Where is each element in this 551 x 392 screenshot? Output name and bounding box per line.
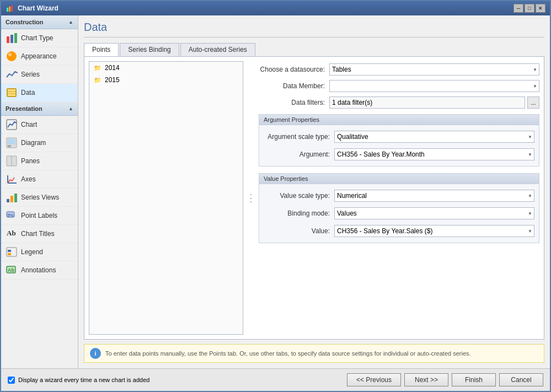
sidebar-item-panes-label: Panes <box>21 157 40 165</box>
cancel-button[interactable]: Cancel <box>499 373 543 386</box>
footer-buttons: << Previous Next >> Finish Cancel <box>347 373 543 386</box>
datasource-select[interactable]: Tables <box>329 63 539 76</box>
svg-rect-20 <box>10 196 13 202</box>
arg-scale-type-select[interactable]: Qualitative <box>334 131 534 143</box>
binding-mode-row: Binding mode: Values <box>264 205 534 222</box>
argument-select[interactable]: CH356 - Sales By Year.Month <box>334 148 534 160</box>
sidebar-item-series[interactable]: Series <box>1 66 78 84</box>
value-properties-group: Value Properties Value scale type: Numer… <box>259 173 539 243</box>
window-icon <box>6 4 14 13</box>
sidebar-item-appearance-label: Appearance <box>21 52 57 60</box>
binding-mode-control: Values <box>334 207 534 219</box>
sidebar-item-panes[interactable]: Panes <box>1 152 78 170</box>
sidebar-item-annotations[interactable]: Ab Annotations <box>1 261 78 280</box>
sidebar: Construction ▲ Chart Type <box>1 15 78 368</box>
tab-points[interactable]: Points <box>84 43 119 56</box>
svg-rect-19 <box>7 199 9 202</box>
presentation-section-header[interactable]: Presentation ▲ <box>1 102 78 116</box>
sidebar-item-chart-type[interactable]: Chart Type <box>1 29 78 47</box>
tab-bar: Points Series Binding Auto-created Serie… <box>84 43 544 56</box>
window-title: Chart Wizard <box>18 4 510 12</box>
diagram-icon <box>6 137 18 149</box>
argument-properties-content: Argument scale type: Qualitative <box>259 125 539 166</box>
wizard-checkbox-label: Display a wizard every time a new chart … <box>18 377 149 383</box>
annotations-icon: Ab <box>6 264 18 276</box>
svg-rect-27 <box>8 253 11 255</box>
list-item[interactable]: 📁 2015 <box>89 74 243 86</box>
next-button[interactable]: Next >> <box>404 373 448 386</box>
sidebar-item-series-views-label: Series Views <box>21 194 59 201</box>
minimize-button[interactable]: ─ <box>513 4 523 13</box>
sidebar-item-series-label: Series <box>21 71 40 78</box>
argument-properties-group: Argument Properties Argument scale type:… <box>259 114 539 167</box>
data-member-label: Data Member: <box>259 82 325 90</box>
value-field-select[interactable]: CH356 - Sales By Year.Sales ($) <box>334 225 534 237</box>
sidebar-item-point-labels-label: Point Labels <box>21 212 57 219</box>
main-content: Data Points Series Binding Auto-created … <box>78 15 550 368</box>
tab-auto-created[interactable]: Auto-created Series <box>180 43 255 56</box>
arg-scale-type-control: Qualitative <box>334 131 534 143</box>
finish-button[interactable]: Finish <box>452 373 496 386</box>
sidebar-item-annotations-label: Annotations <box>21 266 56 274</box>
info-icon: i <box>90 348 101 359</box>
value-row: Value: CH356 - Sales By Year.Sales ($) <box>264 223 534 239</box>
argument-select-wrapper: CH356 - Sales By Year.Month <box>334 148 534 160</box>
svg-rect-21 <box>14 194 17 202</box>
sidebar-item-data-label: Data <box>21 89 35 96</box>
svg-rect-4 <box>10 35 13 43</box>
data-filters-button[interactable]: ... <box>527 96 539 109</box>
list-item[interactable]: 📁 2014 <box>89 62 243 74</box>
data-filters-label: Data filters: <box>259 99 325 106</box>
data-filters-control: ... <box>329 96 539 109</box>
argument-label: Argument: <box>264 151 330 158</box>
series-list-panel: 📁 2014 📁 2015 <box>89 61 243 335</box>
data-member-row: Data Member: <box>259 78 539 94</box>
svg-rect-5 <box>14 33 17 43</box>
folder-icon: 📁 <box>94 65 101 72</box>
val-scale-type-select[interactable]: Numerical <box>334 190 534 202</box>
svg-rect-8 <box>7 89 16 96</box>
close-button[interactable]: ✕ <box>536 4 545 13</box>
wizard-checkbox[interactable] <box>8 377 15 384</box>
sidebar-item-chart-type-label: Chart Type <box>21 34 53 42</box>
legend-icon <box>6 246 18 258</box>
sidebar-item-data[interactable]: Data <box>1 84 78 102</box>
val-scale-type-row: Value scale type: Numerical <box>264 187 534 204</box>
tab-series-binding[interactable]: Series Binding <box>120 43 179 56</box>
svg-point-6 <box>7 51 17 61</box>
val-scale-type-wrapper: Numerical <box>334 190 534 202</box>
binding-mode-select[interactable]: Values <box>334 207 534 219</box>
sidebar-item-point-labels[interactable]: 5% Point Labels <box>1 207 78 225</box>
sidebar-item-diagram[interactable]: Diagram <box>1 134 78 152</box>
sidebar-item-axes[interactable]: Axes <box>1 170 78 189</box>
arg-scale-type-wrapper: Qualitative <box>334 131 534 143</box>
argument-properties-title: Argument Properties <box>259 115 539 125</box>
chart-wizard-window: Chart Wizard ─ □ ✕ Construction ▲ <box>0 0 551 392</box>
maximize-button[interactable]: □ <box>525 4 534 13</box>
chart-icon <box>6 119 18 131</box>
sidebar-item-series-views[interactable]: Series Views <box>1 189 78 207</box>
svg-text:Ab: Ab <box>7 229 16 237</box>
sidebar-item-appearance[interactable]: Appearance <box>1 47 78 66</box>
svg-rect-13 <box>8 139 15 144</box>
sidebar-item-chart[interactable]: Chart <box>1 116 78 134</box>
value-field-wrapper: CH356 - Sales By Year.Sales ($) <box>334 225 534 237</box>
title-bar: Chart Wizard ─ □ ✕ <box>1 1 550 15</box>
point-labels-icon: 5% <box>6 210 18 222</box>
datasource-row: Choose a datasource: Tables <box>259 61 539 78</box>
sidebar-item-legend[interactable]: Legend <box>1 243 78 261</box>
data-filters-row: Data filters: ... <box>259 94 539 111</box>
page-title: Data <box>84 21 544 37</box>
chart-titles-icon: Ab <box>6 228 18 240</box>
sidebar-item-legend-label: Legend <box>21 248 43 256</box>
drag-handle[interactable]: ⋮ <box>248 61 254 335</box>
data-filters-input[interactable] <box>329 96 525 109</box>
sidebar-item-axes-label: Axes <box>21 175 36 183</box>
sidebar-item-chart-titles[interactable]: Ab Chart Titles <box>1 225 78 243</box>
panes-icon <box>6 155 18 167</box>
appearance-icon <box>6 50 18 62</box>
data-member-select[interactable] <box>329 80 539 92</box>
info-bar: i To enter data points manually, use the… <box>84 344 544 363</box>
construction-section-header[interactable]: Construction ▲ <box>1 15 78 29</box>
previous-button[interactable]: << Previous <box>347 373 401 386</box>
